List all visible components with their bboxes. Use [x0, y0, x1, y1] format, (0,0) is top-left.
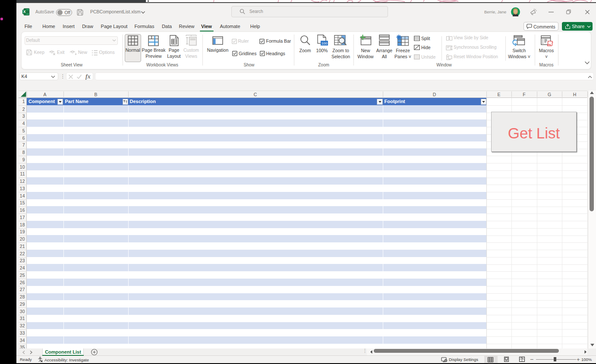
svg-text:X: X	[23, 9, 26, 14]
svg-text:100: 100	[321, 41, 327, 45]
